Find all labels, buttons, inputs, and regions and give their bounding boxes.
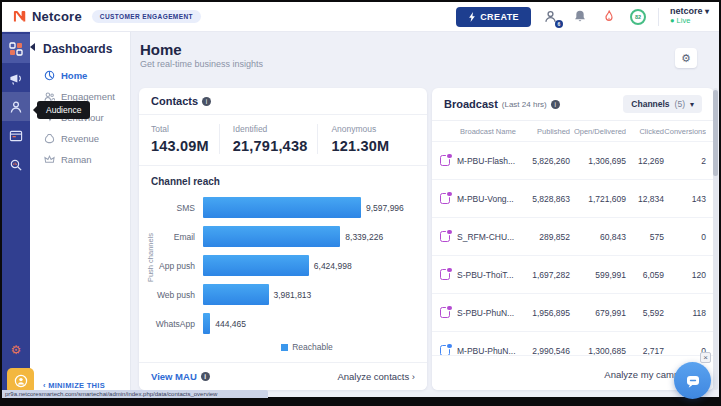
account-menu[interactable]: netcore ▾ ● Live [670, 7, 709, 25]
sidebar-item-raman[interactable]: Raman [30, 149, 130, 170]
brand-name: Netcore [32, 9, 82, 24]
analyze-contacts-link[interactable]: Analyze contacts › [337, 371, 415, 382]
chat-widget-button[interactable] [674, 362, 711, 399]
mobile-push-channel-icon [440, 269, 450, 280]
bar-value: 8,339,226 [345, 232, 383, 242]
sidebar-item-home[interactable]: Home [30, 65, 130, 86]
main-content: Home Get real-time business insights ⚙ C… [131, 32, 719, 397]
chart-bar-row: Web push 3,981,813 [153, 280, 417, 309]
person-circle-icon [14, 374, 28, 388]
rail-item-campaigns[interactable] [2, 63, 30, 92]
chart-legend: Reachable [153, 338, 417, 352]
rail-item-web-pages[interactable] [2, 121, 30, 150]
stat-label: Identified [233, 124, 308, 134]
mobile-push-channel-icon [440, 231, 450, 242]
page-subtitle: Get real-time business insights [131, 59, 719, 69]
create-label: CREATE [480, 12, 519, 22]
view-mau-link[interactable]: View MAUi [151, 371, 210, 382]
bar-label: Email [153, 232, 203, 242]
stat-value: 121.30M [331, 138, 389, 154]
broadcast-name[interactable]: S-PBU-ThoiT... [457, 270, 514, 280]
flame-icon [603, 9, 615, 24]
broadcast-name[interactable]: M-PBU-Vong... [457, 194, 514, 204]
table-row[interactable]: S_RFM-CHU... 289,852 60,843 575 0 [432, 217, 714, 255]
table-row[interactable]: M-PBU-Flash... 5,826,260 1,306,695 12,26… [432, 141, 714, 179]
screen: Netcore CUSTOMER ENGAGEMENT CREATE 6 [0, 0, 721, 406]
pie-chart-icon [44, 70, 55, 81]
channel-reach-chart: Push channels SMS 9,597,996 Email 8,339,… [139, 191, 427, 352]
broadcast-name[interactable]: M-PBU-PhuN... [457, 346, 516, 356]
table-row[interactable]: M-PBU-Vong... 5,828,863 1,721,609 12,834… [432, 179, 714, 217]
info-icon[interactable]: i [201, 372, 210, 381]
chat-close-button[interactable]: × [700, 352, 711, 363]
contacts-stats: Total 143.09M Identified 21,791,438 Anon… [139, 115, 427, 166]
audience-person-icon [9, 100, 23, 114]
chart-y-axis-label: Push channels [146, 222, 155, 294]
dashboards-panel: Dashboards Home Engagement [30, 32, 131, 397]
bar-sms [203, 197, 361, 218]
stat-total: Total 143.09M [151, 124, 219, 154]
product-badge: CUSTOMER ENGAGEMENT [92, 10, 201, 23]
user-badge-count: 6 [555, 20, 563, 28]
browser-window-icon [9, 129, 23, 143]
top-bar: Netcore CUSTOMER ENGAGEMENT CREATE 6 [2, 2, 719, 32]
notifications-button[interactable] [571, 8, 589, 26]
create-button[interactable]: CREATE [456, 7, 531, 27]
chevron-down-icon: ▾ [690, 100, 694, 109]
info-icon[interactable]: i [551, 100, 560, 109]
gear-icon: ⚙ [681, 52, 691, 65]
bar-label: Web push [153, 290, 203, 300]
crown-icon [44, 154, 55, 165]
stat-identified: Identified 21,791,438 [219, 124, 318, 154]
col-broadcast-name: Broadcast Name [458, 127, 520, 136]
bar-whatsapp [203, 313, 210, 334]
search-icon [9, 158, 23, 172]
rail-item-dashboards[interactable] [2, 34, 30, 63]
money-bag-icon [44, 133, 55, 144]
broadcast-name[interactable]: M-PBU-Flash... [457, 156, 515, 166]
broadcast-name[interactable]: S-PBU-PhuN... [457, 308, 514, 318]
table-row[interactable]: S-PBU-ThoiT... 1,697,282 599,991 6,059 1… [432, 255, 714, 293]
sidebar-item-revenue[interactable]: Revenue [30, 128, 130, 149]
health-score-value: 82 [635, 14, 641, 20]
user-menu-icon[interactable]: 6 [542, 8, 560, 26]
channels-count: (5) [675, 99, 685, 109]
scrollbar-thumb[interactable] [713, 90, 718, 176]
bar-email [203, 226, 340, 247]
bar-web-push [203, 284, 269, 305]
table-row[interactable]: S-PBU-PhuN... 1,956,895 679,991 5,592 11… [432, 293, 714, 331]
health-score-button[interactable]: 82 [629, 8, 647, 26]
rail-item-analytics-search[interactable] [2, 150, 30, 179]
sidebar-item-label: Raman [61, 154, 92, 165]
broadcast-subtitle: (Last 24 hrs) [502, 100, 547, 109]
col-open-delivered: Open/Delivered [570, 127, 626, 136]
rail-item-audience[interactable] [2, 92, 30, 121]
scrollbar [713, 88, 718, 390]
chart-bar-row: SMS 9,597,996 [153, 193, 417, 222]
col-conversions: Conversions [664, 127, 706, 136]
chevron-down-icon: ▾ [705, 7, 709, 16]
legend-label: Reachable [292, 342, 333, 352]
info-icon[interactable]: i [202, 97, 211, 106]
bar-value: 9,597,996 [366, 203, 404, 213]
netcore-logo-icon [12, 9, 27, 24]
channel-reach-title: Channel reach [139, 166, 427, 191]
stat-anonymous: Anonymous 121.30M [317, 124, 399, 154]
page-title: Home [131, 32, 719, 59]
broadcast-name[interactable]: S_RFM-CHU... [457, 232, 514, 242]
bell-icon [573, 9, 587, 24]
megaphone-icon [9, 71, 23, 85]
chart-bar-row: App push 6,424,998 [153, 251, 417, 280]
contacts-title: Contacts [151, 95, 198, 107]
streak-button[interactable] [600, 8, 618, 26]
page-settings-button[interactable]: ⚙ [675, 48, 697, 68]
netcore-logo[interactable]: Netcore [12, 9, 82, 24]
rail-settings-gear-icon[interactable]: ⚙ [2, 343, 30, 357]
status-bar-url: pr9a.netcoresmartech.com/smartechai/admi… [2, 390, 268, 398]
chart-bar-row: Email 8,339,226 [153, 222, 417, 251]
audience-tooltip: Audience [37, 101, 90, 119]
stat-label: Anonymous [331, 124, 389, 134]
bar-value: 3,981,813 [274, 290, 312, 300]
channels-dropdown[interactable]: Channels (5) ▾ [623, 95, 702, 113]
minimize-panel-button[interactable]: ‹ MINIMIZE THIS [43, 381, 105, 390]
